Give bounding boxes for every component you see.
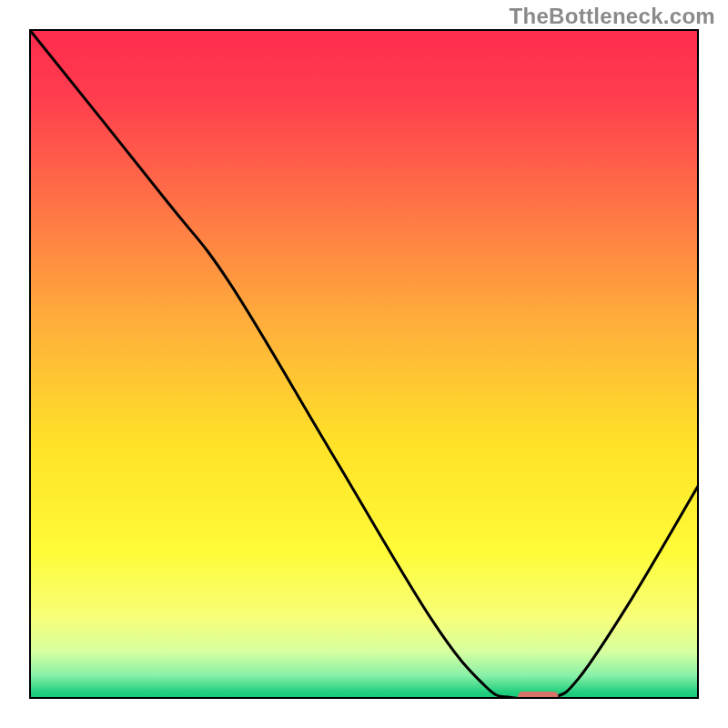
watermark-label: TheBottleneck.com — [510, 4, 715, 29]
chart-frame: TheBottleneck.com — [0, 0, 728, 728]
gradient-background — [29, 29, 699, 699]
plot-area — [29, 29, 699, 699]
gradient-chart — [29, 29, 699, 699]
